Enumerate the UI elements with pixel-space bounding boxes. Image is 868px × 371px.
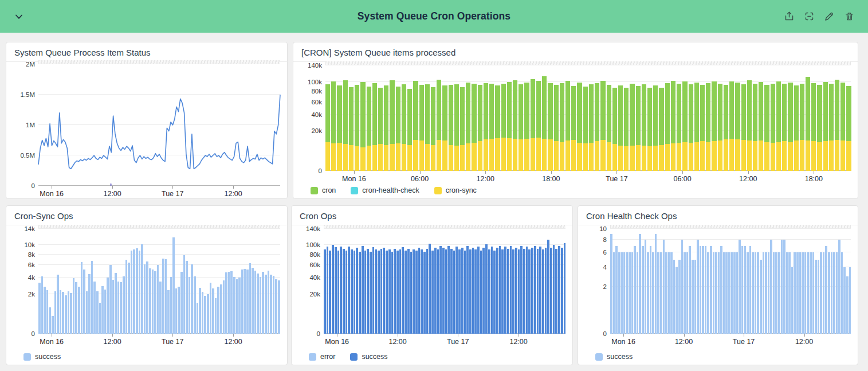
bar[interactable] xyxy=(215,229,217,334)
bar[interactable] xyxy=(550,229,552,334)
bar[interactable] xyxy=(794,65,799,171)
bar[interactable] xyxy=(225,229,227,334)
bar[interactable] xyxy=(332,229,334,334)
bar[interactable] xyxy=(133,229,135,334)
bar[interactable] xyxy=(68,229,70,334)
bar[interactable] xyxy=(694,65,699,171)
bar[interactable] xyxy=(78,229,80,334)
legend-item[interactable]: cron xyxy=(311,186,336,194)
bar[interactable] xyxy=(501,65,506,171)
bar[interactable] xyxy=(670,229,673,334)
bar[interactable] xyxy=(167,229,170,334)
bar[interactable] xyxy=(477,229,480,334)
bar[interactable] xyxy=(83,229,85,334)
bar[interactable] xyxy=(485,229,488,334)
bar[interactable] xyxy=(335,229,337,334)
bar[interactable] xyxy=(243,229,246,334)
bar[interactable] xyxy=(146,229,148,334)
bar[interactable] xyxy=(741,229,744,334)
bar[interactable] xyxy=(93,229,96,334)
bar[interactable] xyxy=(835,65,839,171)
bar[interactable] xyxy=(380,229,383,334)
bar[interactable] xyxy=(60,229,62,334)
bar[interactable] xyxy=(804,229,807,334)
bar[interactable] xyxy=(431,229,434,334)
bar[interactable] xyxy=(223,229,225,334)
bar[interactable] xyxy=(595,65,599,171)
legend-item[interactable]: cron-health-check xyxy=(351,186,419,194)
bar[interactable] xyxy=(623,229,626,334)
chart-plot[interactable]: 0246810Mon 1612:00Tue 1712:00 xyxy=(610,229,851,334)
bar[interactable] xyxy=(360,65,365,171)
bar[interactable] xyxy=(636,65,641,171)
chart-plot[interactable]: 02k4k6k8k10k14kMon 1612:00Tue 1712:00 xyxy=(38,229,280,334)
bar[interactable] xyxy=(265,229,267,334)
bar[interactable] xyxy=(38,229,41,334)
bar[interactable] xyxy=(675,229,678,334)
bar[interactable] xyxy=(707,229,709,334)
bar[interactable] xyxy=(571,65,576,171)
bar[interactable] xyxy=(624,65,629,171)
bar[interactable] xyxy=(736,229,739,334)
bar[interactable] xyxy=(343,229,345,334)
bar[interactable] xyxy=(141,229,143,334)
bar[interactable] xyxy=(404,229,407,334)
bar[interactable] xyxy=(684,229,686,334)
bar[interactable] xyxy=(744,229,746,334)
bar[interactable] xyxy=(677,65,681,171)
bar[interactable] xyxy=(823,65,828,171)
bar[interactable] xyxy=(478,65,482,171)
chart-plot[interactable]: 020k40k60k80k100k140kMon 1606:0012:0018:… xyxy=(325,65,851,171)
legend-item[interactable]: error xyxy=(309,353,335,361)
bar[interactable] xyxy=(54,229,57,334)
bar[interactable] xyxy=(705,229,707,334)
bar[interactable] xyxy=(692,229,694,334)
bar[interactable] xyxy=(431,65,435,171)
bar[interactable] xyxy=(117,229,120,334)
bar[interactable] xyxy=(607,65,611,171)
bar[interactable] xyxy=(671,65,675,171)
bar[interactable] xyxy=(537,229,539,334)
bar[interactable] xyxy=(526,229,528,334)
bar[interactable] xyxy=(439,229,442,334)
bar[interactable] xyxy=(88,229,91,334)
bar[interactable] xyxy=(770,229,772,334)
legend-item[interactable]: cron-sync xyxy=(434,186,477,194)
bar[interactable] xyxy=(542,65,547,171)
bar[interactable] xyxy=(536,65,541,171)
bar[interactable] xyxy=(825,229,827,334)
bar[interactable] xyxy=(41,229,44,334)
bar[interactable] xyxy=(157,229,159,334)
bar[interactable] xyxy=(260,229,262,334)
bar[interactable] xyxy=(720,229,722,334)
bar[interactable] xyxy=(700,229,702,334)
bar[interactable] xyxy=(162,229,164,334)
bar[interactable] xyxy=(212,229,214,334)
bar[interactable] xyxy=(665,65,670,171)
bar[interactable] xyxy=(507,65,512,171)
bar[interactable] xyxy=(351,229,353,334)
bar[interactable] xyxy=(207,229,209,334)
bar[interactable] xyxy=(388,229,391,334)
bar[interactable] xyxy=(454,65,459,171)
bar[interactable] xyxy=(188,229,191,334)
bar[interactable] xyxy=(620,229,623,334)
bar[interactable] xyxy=(697,229,699,334)
bar[interactable] xyxy=(765,229,767,334)
bar[interactable] xyxy=(125,229,128,334)
bar[interactable] xyxy=(249,229,252,334)
bar[interactable] xyxy=(763,229,765,334)
bar[interactable] xyxy=(752,229,754,334)
bar[interactable] xyxy=(706,65,710,171)
bar[interactable] xyxy=(464,229,466,334)
chart-plot[interactable]: 020k40k60k80k100k140kMon 1612:00Tue 1712… xyxy=(324,229,565,334)
bar[interactable] xyxy=(846,65,851,171)
bar[interactable] xyxy=(107,229,109,334)
bar[interactable] xyxy=(372,65,377,171)
bar[interactable] xyxy=(458,229,461,334)
bar[interactable] xyxy=(815,229,817,334)
bar[interactable] xyxy=(724,65,728,171)
bar[interactable] xyxy=(453,229,455,334)
bar[interactable] xyxy=(840,65,845,171)
bar[interactable] xyxy=(728,229,730,334)
